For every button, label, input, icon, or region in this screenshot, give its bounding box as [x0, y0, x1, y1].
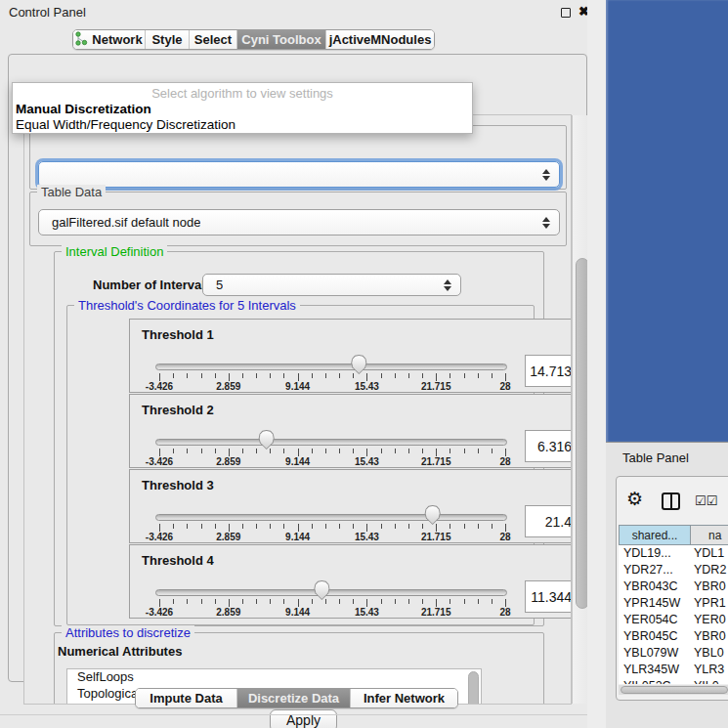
algorithm-item-manual[interactable]: Manual Discretization: [16, 102, 151, 116]
slider-track[interactable]: [155, 589, 507, 596]
slider-track[interactable]: [155, 439, 507, 446]
minor-tick: [395, 599, 396, 604]
minor-tick: [312, 449, 313, 453]
minor-tick: [492, 449, 492, 453]
minor-tick: [422, 524, 423, 529]
tab-style[interactable]: Style: [146, 30, 190, 49]
tab-label: jActiveMNodules: [329, 32, 432, 47]
minor-tick: [312, 373, 313, 378]
panel-bottom-divider: [0, 714, 606, 715]
tick-label: 21.715: [421, 532, 451, 542]
list-item[interactable]: SelfLoops: [67, 669, 481, 686]
minor-tick: [256, 373, 257, 378]
table-row[interactable]: YBR045CYBR0: [619, 628, 728, 645]
slider-thumb[interactable]: [258, 430, 275, 450]
algorithm-combobox[interactable]: [38, 161, 560, 188]
tab-discretize-data[interactable]: Discretize Data: [237, 689, 351, 707]
number-of-intervals-combobox[interactable]: 5: [202, 274, 461, 296]
threshold-label: Threshold 1: [142, 327, 214, 342]
tick-label: 2.859: [216, 532, 240, 542]
minor-tick: [464, 449, 465, 453]
minor-tick: [408, 373, 409, 378]
major-tick: [298, 524, 299, 532]
minor-tick: [478, 599, 479, 604]
tab-network[interactable]: Network: [73, 30, 146, 49]
threshold-value-field[interactable]: [525, 355, 572, 387]
table-row[interactable]: YBR043CYBR0: [619, 578, 728, 595]
node-table-container: ⚙ ☑☑ shared... na YDL19...YDL1YDR27...YD…: [616, 476, 728, 701]
application-window: Control Panel ✖ NetworkStyleSelectCyni T…: [0, 0, 728, 728]
table-row[interactable]: YIL052CYIL0: [619, 678, 728, 684]
stepper-down-icon: [542, 176, 550, 181]
interval-definition-group: Interval DefinitionNumber of Intervals5T…: [54, 251, 544, 626]
minor-tick: [270, 373, 271, 378]
tick-label: 15.43: [355, 532, 379, 542]
major-tick: [436, 449, 437, 456]
minor-tick: [408, 599, 409, 604]
slider-track[interactable]: [155, 364, 507, 370]
major-tick: [505, 524, 506, 532]
minor-tick: [187, 599, 188, 604]
table-row[interactable]: YER054CYER0: [619, 612, 728, 628]
minor-tick: [187, 449, 188, 453]
checkboxes-icon[interactable]: ☑☑: [695, 493, 717, 508]
minor-tick: [283, 373, 284, 378]
column-header-shared-name[interactable]: shared...: [619, 525, 691, 545]
minor-tick: [395, 524, 396, 529]
threshold-value-field[interactable]: [525, 580, 572, 613]
minor-tick: [478, 373, 479, 378]
tab-select[interactable]: Select: [190, 30, 237, 49]
threshold-value-field[interactable]: [525, 505, 572, 537]
tab-cyni-toolbox[interactable]: Cyni Toolbox: [237, 30, 326, 49]
algorithm-dropdown-popup: Select algorithm to view settings Manual…: [12, 82, 473, 134]
minor-tick: [215, 449, 216, 453]
minor-tick: [381, 599, 382, 604]
tick-label: -3.426: [146, 381, 173, 392]
threshold-value-field[interactable]: [525, 430, 572, 462]
column-header-name[interactable]: na: [691, 525, 728, 545]
threshold-panel: Threshold 4-3.4262.8599.14415.4321.71528: [129, 544, 572, 619]
slider-track[interactable]: [155, 514, 507, 521]
threshold-panel: Threshold 1-3.4262.8599.14415.4321.71528: [129, 319, 572, 393]
minor-tick: [381, 449, 382, 453]
minor-tick: [215, 599, 216, 604]
table-row[interactable]: YPR145WYPR1: [619, 595, 728, 612]
tick-label: 9.144: [285, 607, 310, 618]
major-tick: [436, 524, 437, 532]
tab-label: Infer Network: [364, 691, 445, 706]
table-horizontal-scrollbar[interactable]: [619, 685, 728, 695]
slider-thumb[interactable]: [351, 355, 367, 374]
table-row[interactable]: YDR27...YDR2: [619, 562, 728, 578]
tab-jactivemnodules[interactable]: jActiveMNodules: [326, 30, 434, 49]
split-column-icon[interactable]: [662, 492, 680, 510]
tick-label: -3.426: [146, 532, 173, 542]
algorithm-item-equal-width[interactable]: Equal Width/Frequency Discretization: [16, 117, 236, 132]
minor-tick: [492, 373, 492, 378]
apply-button[interactable]: Apply: [270, 709, 337, 728]
minor-tick: [201, 599, 202, 604]
slider-thumb[interactable]: [314, 580, 330, 600]
float-panel-icon[interactable]: [561, 8, 571, 18]
top-tab-bar: NetworkStyleSelectCyni ToolboxjActiveMNo…: [72, 29, 435, 50]
minor-tick: [256, 599, 257, 604]
gear-icon[interactable]: ⚙: [626, 490, 643, 508]
tab-infer-network[interactable]: Infer Network: [351, 689, 457, 707]
minor-tick: [325, 524, 326, 529]
list-scrollbar-thumb[interactable]: [468, 671, 479, 705]
hscrollbar-thumb[interactable]: [621, 686, 728, 694]
major-tick: [159, 449, 160, 456]
stepper-icon: [444, 279, 451, 291]
number-of-intervals-combobox-value: 5: [203, 278, 223, 292]
table-row[interactable]: YBL079WYBL0: [619, 645, 728, 662]
slider-thumb[interactable]: [424, 505, 441, 525]
minor-tick: [242, 524, 243, 529]
tick-label: 28: [499, 607, 510, 618]
table-row[interactable]: YDL19...YDL1: [619, 545, 728, 562]
table-row[interactable]: YLR345WYLR3: [619, 662, 728, 678]
table-data-combobox[interactable]: galFiltered.sif default node: [38, 209, 560, 236]
tab-impute-data[interactable]: Impute Data: [136, 689, 237, 707]
settings-scroll-viewport: Discretization AlgorithmTable DatagalFil…: [23, 114, 572, 705]
minor-tick: [325, 373, 326, 378]
cell-shared-name: YBL079W: [619, 645, 691, 662]
cell-name: YPR1: [691, 595, 728, 612]
